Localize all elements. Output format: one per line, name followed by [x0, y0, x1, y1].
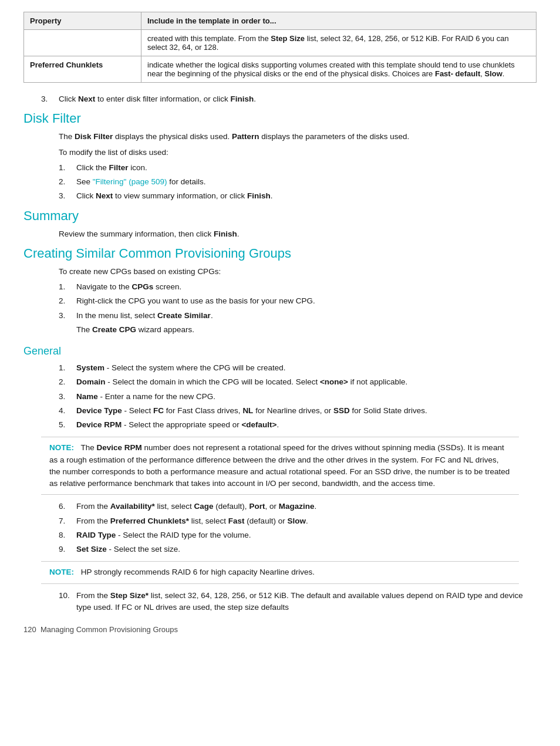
- step-num: 2.: [59, 295, 76, 307]
- general-steps-1: 1. System - Select the system where the …: [41, 362, 537, 431]
- step3-number: 3.: [41, 93, 59, 105]
- creating-similar-intro: To create new CPGs based on existing CPG…: [59, 266, 537, 278]
- step-text: Set Size - Select the set size.: [76, 544, 537, 555]
- description-cell-1: created with this template. From the Ste…: [141, 30, 537, 56]
- step-text: From the Preferred Chunklets* list, sele…: [76, 515, 537, 527]
- step-num: 3.: [59, 391, 76, 403]
- general-step-6: 6. From the Availability* list, select C…: [59, 501, 537, 512]
- general-step-3: 3. Name - Enter a name for the new CPG.: [59, 391, 537, 403]
- step-num: 6.: [59, 501, 76, 512]
- page-number: 120: [23, 625, 36, 634]
- creating-step-3: 3. In the menu list, select Create Simil…: [59, 310, 537, 322]
- footer-text: Managing Common Provisioning Groups: [41, 625, 178, 634]
- step-num: 10.: [59, 590, 76, 614]
- disk-filter-step-2: 2. See "Filtering" (page 509) for detail…: [59, 176, 537, 188]
- step-num: 2.: [59, 176, 76, 188]
- step-num: 1.: [59, 162, 76, 174]
- step-text: Domain - Select the domain in which the …: [76, 376, 537, 388]
- step-text: System - Select the system where the CPG…: [76, 362, 537, 374]
- general-step-5: 5. Device RPM - Select the appropriate s…: [59, 419, 537, 431]
- summary-heading: Summary: [23, 208, 537, 224]
- property-cell-1: [24, 30, 141, 56]
- general-heading: General: [23, 345, 537, 357]
- step-num: 2.: [59, 376, 76, 388]
- disk-filter-step-3: 3. Click Next to view summary informatio…: [59, 190, 537, 202]
- property-table: Property Include in the template in orde…: [23, 12, 537, 83]
- description-cell-2: indicate whether the logical disks suppo…: [141, 56, 537, 83]
- step-num: 1.: [59, 362, 76, 374]
- general-step-10: 10. From the Step Size* list, select 32,…: [59, 590, 537, 614]
- note-box-1: NOTE: The Device RPM number does not rep…: [41, 437, 519, 495]
- general-steps-2: 6. From the Availability* list, select C…: [41, 501, 537, 555]
- disk-filter-steps: 1. Click the Filter icon. 2. See "Filter…: [41, 162, 537, 202]
- step-num: 5.: [59, 419, 76, 431]
- page-footer: 120 Managing Common Provisioning Groups: [23, 625, 537, 634]
- filtering-link[interactable]: "Filtering" (page 509): [93, 177, 167, 186]
- note-label-2: NOTE:: [49, 568, 74, 576]
- disk-filter-step-1: 1. Click the Filter icon.: [59, 162, 537, 174]
- general-step-7: 7. From the Preferred Chunklets* list, s…: [59, 515, 537, 527]
- step-text: Device Type - Select FC for Fast Class d…: [76, 405, 537, 417]
- property-cell-2: Preferred Chunklets: [24, 56, 141, 83]
- note-box-2: NOTE: HP strongly recommends RAID 6 for …: [41, 561, 519, 583]
- creating-similar-heading: Creating Similar Common Provisioning Gro…: [23, 246, 537, 261]
- step-text: RAID Type - Select the RAID type for the…: [76, 529, 537, 541]
- step-text: Name - Enter a name for the new CPG.: [76, 391, 537, 403]
- step-num: 1.: [59, 281, 76, 293]
- col-property-header: Property: [24, 12, 141, 30]
- col-description-header: Include in the template in order to...: [141, 12, 537, 30]
- note-label-1: NOTE:: [49, 443, 74, 452]
- step-text: See "Filtering" (page 509) for details.: [76, 176, 537, 188]
- step-text: From the Step Size* list, select 32, 64,…: [76, 590, 537, 614]
- disk-filter-intro: The Disk Filter displays the physical di…: [59, 131, 537, 143]
- summary-text: Review the summary information, then cli…: [59, 228, 537, 240]
- step-num: 9.: [59, 544, 76, 555]
- general-step-4: 4. Device Type - Select FC for Fast Clas…: [59, 405, 537, 417]
- step-text: Right-click the CPG you want to use as t…: [76, 295, 537, 307]
- step-text: Device RPM - Select the appropriate spee…: [76, 419, 537, 431]
- note-text-2: HP strongly recommends RAID 6 for high c…: [81, 568, 315, 576]
- step-text: Navigate to the CPGs screen.: [76, 281, 537, 293]
- step-num: 3.: [59, 190, 76, 202]
- creating-step-2: 2. Right-click the CPG you want to use a…: [59, 295, 537, 307]
- step-num: 8.: [59, 529, 76, 541]
- general-steps-3: 10. From the Step Size* list, select 32,…: [41, 590, 537, 614]
- general-step-1: 1. System - Select the system where the …: [59, 362, 537, 374]
- step-text: In the menu list, select Create Similar.: [76, 310, 537, 322]
- note-text-1: The Device RPM number does not represent…: [49, 443, 510, 488]
- table-row: created with this template. From the Ste…: [24, 30, 537, 56]
- table-row: Preferred Chunklets indicate whether the…: [24, 56, 537, 83]
- step-text: Click Next to view summary information, …: [76, 190, 537, 202]
- disk-filter-heading: Disk Filter: [23, 111, 537, 126]
- step-num: 7.: [59, 515, 76, 527]
- step3-text: Click Next to enter disk filter informat…: [59, 93, 537, 105]
- wizard-text: The Create CPG wizard appears.: [76, 324, 537, 336]
- general-step-8: 8. RAID Type - Select the RAID type for …: [59, 529, 537, 541]
- creating-similar-steps: 1. Navigate to the CPGs screen. 2. Right…: [41, 281, 537, 322]
- step-text: From the Availability* list, select Cage…: [76, 501, 537, 512]
- disk-filter-modify-label: To modify the list of disks used:: [59, 147, 537, 158]
- general-step-9: 9. Set Size - Select the set size.: [59, 544, 537, 555]
- step-text: Click the Filter icon.: [76, 162, 537, 174]
- step-num: 4.: [59, 405, 76, 417]
- step-num: 3.: [59, 310, 76, 322]
- general-step-2: 2. Domain - Select the domain in which t…: [59, 376, 537, 388]
- step3-item: 3. Click Next to enter disk filter infor…: [41, 93, 537, 105]
- creating-step-1: 1. Navigate to the CPGs screen.: [59, 281, 537, 293]
